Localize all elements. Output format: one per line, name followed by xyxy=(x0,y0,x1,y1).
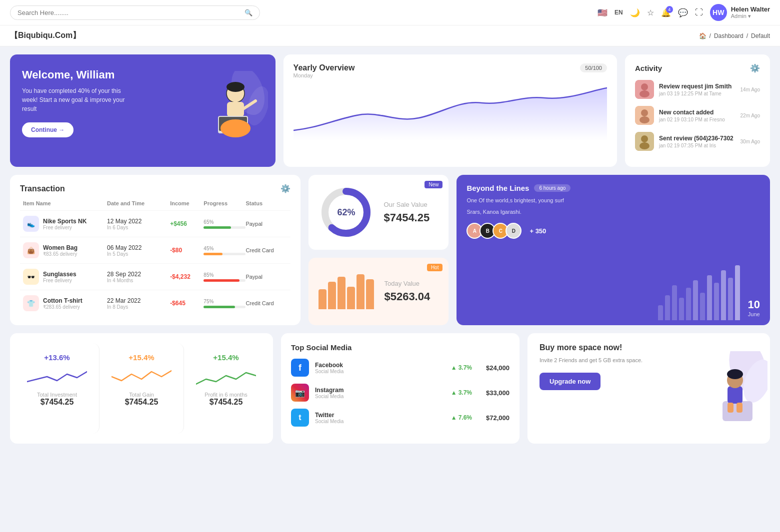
svg-point-11 xyxy=(640,90,650,97)
notification-icon[interactable]: 🔔 4 xyxy=(661,8,671,17)
user-info[interactable]: HW Helen Walter Admin ▾ xyxy=(710,4,770,21)
moon-icon[interactable]: 🌙 xyxy=(630,8,640,17)
upgrade-button[interactable]: Upgrade now xyxy=(540,373,600,390)
income-3: -$645 xyxy=(170,300,204,307)
stat-pct-0: +13.6% xyxy=(44,353,70,362)
stat-label-0: Total Investment xyxy=(37,392,77,398)
progress-fill-0 xyxy=(204,226,231,229)
beyond-avatars: A B C D xyxy=(466,223,522,239)
search-bar[interactable]: 🔍 xyxy=(10,5,260,20)
item-name-2: Sunglasses xyxy=(43,271,76,278)
activity-thumb-2 xyxy=(635,132,654,151)
star-icon[interactable]: ☆ xyxy=(647,8,654,17)
social-sub-2: Social Media xyxy=(315,419,344,424)
transaction-title: Transaction xyxy=(20,184,65,193)
social-name-1: Instagram xyxy=(315,387,344,394)
income-2: -$4,232 xyxy=(170,273,204,280)
today-value-card: Hot Today Value $5263.04 xyxy=(308,258,448,325)
stats-card: +13.6% Total Investment $7454.25 +15.4% … xyxy=(10,333,273,444)
stat-2: +15.4% Profit in 6 months $7454.25 xyxy=(184,343,268,434)
date-sub-2: In 4 Months xyxy=(107,278,170,283)
activity-time-1: jan 02 19 03:10 PM at Fresno xyxy=(659,117,736,122)
yearly-subtitle: Monday xyxy=(294,72,355,78)
activity-title: Activity xyxy=(635,64,662,72)
today-bar-chart xyxy=(318,274,374,309)
activity-time-0: jan 03 19 12:25 PM at Tame xyxy=(659,91,736,96)
social-title: Top Social Media xyxy=(291,343,510,352)
row-3: +13.6% Total Investment $7454.25 +15.4% … xyxy=(10,333,770,444)
col-status: Status xyxy=(246,200,288,206)
table-row-2: 🕶️ Sunglasses Free delivery 28 Sep 2022 … xyxy=(20,263,290,290)
progress-bar-3 xyxy=(204,306,246,308)
item-name-3: Cotton T-shirt xyxy=(43,297,82,304)
item-info-1: 👜 Women Bag ₹83.65 delivery xyxy=(23,242,107,258)
middle-col: New 62% Our Sale Value $7454.25 Hot xyxy=(308,175,448,325)
donut-chart: 62% xyxy=(318,185,374,240)
transaction-header: Transaction ⚙️ xyxy=(20,184,290,193)
activity-name-1: New contact added xyxy=(659,109,736,116)
continue-button[interactable]: Continue → xyxy=(22,122,74,137)
transaction-settings-icon[interactable]: ⚙️ xyxy=(280,184,290,193)
lang-label: EN xyxy=(614,9,623,16)
status-3: Credit Card xyxy=(246,300,288,306)
date-3: 22 Mar 2022 xyxy=(107,297,170,304)
activity-item-1: New contact added jan 02 19 03:10 PM at … xyxy=(635,106,760,125)
search-input[interactable] xyxy=(18,9,240,16)
sparkline-1 xyxy=(112,367,172,387)
date-1: 06 May 2022 xyxy=(107,244,170,251)
brand-logo: 【Biqubiqu.Com】 xyxy=(10,30,80,41)
stat-value-2: $7454.25 xyxy=(210,398,243,407)
beyond-time: 6 hours ago xyxy=(534,184,570,192)
today-value: $5263.04 xyxy=(384,290,430,303)
transaction-table-head: Item Name Date and Time Income Progress … xyxy=(20,200,290,206)
svg-point-10 xyxy=(641,83,648,90)
svg-point-13 xyxy=(641,109,648,116)
svg-point-3 xyxy=(226,82,244,92)
col-item: Item Name xyxy=(23,200,107,206)
welcome-illustration xyxy=(190,54,270,167)
progress-fill-2 xyxy=(204,279,239,282)
welcome-svg xyxy=(193,71,268,151)
item-icon-0: 👟 xyxy=(23,216,39,232)
item-sub-1: ₹83.65 delivery xyxy=(43,251,78,257)
social-name-0: Facebook xyxy=(315,362,344,369)
instagram-icon: 📷 xyxy=(291,384,309,402)
activity-body-0: Review request jim Smith jan 03 19 12:25… xyxy=(659,83,736,96)
stat-0: +13.6% Total Investment $7454.25 xyxy=(15,343,100,434)
breadcrumb-dashboard[interactable]: Dashboard xyxy=(714,32,744,39)
beyond-date: 10 June xyxy=(748,298,760,317)
expand-icon[interactable]: ⛶ xyxy=(695,8,703,17)
social-growth-1: ▲ 3.7% xyxy=(451,389,472,396)
date-sub-0: In 6 Days xyxy=(107,225,170,230)
social-amount-0: $24,000 xyxy=(486,364,510,372)
yearly-badge: 50/100 xyxy=(580,63,607,72)
sale-title: Our Sale Value xyxy=(384,201,430,208)
col-progress: Progress xyxy=(204,200,246,206)
social-sub-0: Social Media xyxy=(315,369,344,374)
item-sub-3: ₹283.65 delivery xyxy=(43,304,82,310)
breadcrumb-default: Default xyxy=(751,32,770,39)
activity-body-2: Sent review (504)236-7302 jan 02 19 07:3… xyxy=(659,135,736,148)
activity-body-1: New contact added jan 02 19 03:10 PM at … xyxy=(659,109,736,122)
svg-rect-27 xyxy=(736,403,742,413)
home-icon[interactable]: 🏠 xyxy=(699,32,706,39)
bar-1 xyxy=(328,282,336,309)
table-row-1: 👜 Women Bag ₹83.65 delivery 06 May 2022 … xyxy=(20,237,290,263)
activity-settings-icon[interactable]: ⚙️ xyxy=(750,63,760,73)
notification-badge: 4 xyxy=(666,6,673,13)
table-row-3: 👕 Cotton T-shirt ₹283.65 delivery 22 Mar… xyxy=(20,290,290,316)
row-1: Welcome, William You have completed 40% … xyxy=(10,54,770,167)
svg-rect-26 xyxy=(728,403,734,413)
header: 🔍 🇺🇸 EN 🌙 ☆ 🔔 4 💬 ⛶ HW Helen Walter Admi… xyxy=(0,0,780,25)
bar-2 xyxy=(338,277,346,309)
progress-label-1: 45% xyxy=(204,246,246,251)
social-growth-2: ▲ 7.6% xyxy=(451,414,472,421)
item-info-3: 👕 Cotton T-shirt ₹283.65 delivery xyxy=(23,295,107,311)
yearly-card: Yearly Overview Monday 50/100 xyxy=(284,54,617,167)
stat-pct-1: +15.4% xyxy=(128,353,154,362)
item-sub-0: Free delivery xyxy=(43,225,86,230)
status-2: Paypal xyxy=(246,274,288,280)
donut-label: 62% xyxy=(337,207,355,218)
status-0: Paypal xyxy=(246,221,288,227)
chat-icon[interactable]: 💬 xyxy=(678,8,688,17)
